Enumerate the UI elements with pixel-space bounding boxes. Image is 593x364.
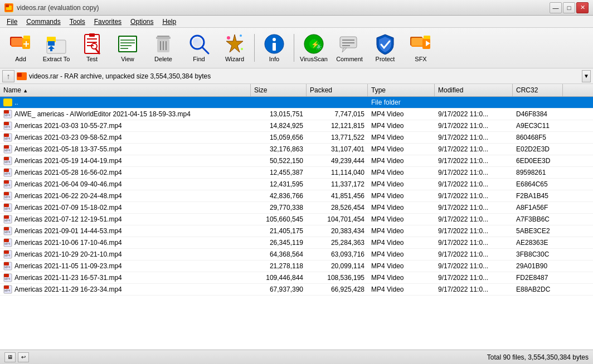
status-button-1[interactable]: 🖥 <box>4 352 16 362</box>
toolbar-info-button[interactable]: Info <box>257 30 291 66</box>
svg-rect-61 <box>17 73 22 77</box>
file-name-text: Americas 2021-11-23 16-57-31.mp4 <box>14 274 122 282</box>
menu-favorites[interactable]: Favorites <box>90 17 126 27</box>
file-size-cell: 105,660,545 <box>251 215 307 224</box>
file-size-cell: 32,176,863 <box>251 145 307 154</box>
table-row[interactable]: MP4 Americas 2021-03-03 10-55-27.mp414,8… <box>0 120 593 132</box>
toolbar-view-label: View <box>121 56 134 62</box>
comment-icon <box>339 33 360 55</box>
col-header-crc32[interactable]: CRC32 <box>513 84 563 96</box>
file-type-cell: MP4 Video <box>368 180 435 189</box>
file-packed-cell: 66,925,428 <box>307 285 368 294</box>
delete-icon <box>153 33 174 55</box>
file-name-cell: MP4 AIWE_ americas - AIWorldEditor 2021-… <box>0 109 251 119</box>
toolbar-wizard-label: Wizard <box>225 56 244 62</box>
file-size-cell: 109,446,844 <box>251 273 307 282</box>
file-packed-cell: 20,099,114 <box>307 262 368 270</box>
window-controls: — □ ✕ <box>550 2 589 13</box>
toolbar-virusscan-button[interactable]: 🦠 ⚡ VirusScan <box>296 30 331 66</box>
toolbar-comment-button[interactable]: Comment <box>332 30 367 66</box>
col-header-modified[interactable]: Modified <box>435 84 513 96</box>
col-header-size[interactable]: Size <box>251 84 307 96</box>
menu-file[interactable]: File <box>2 17 22 27</box>
col-header-name[interactable]: Name ▲ <box>0 84 251 96</box>
file-icon: MP4 <box>3 121 12 130</box>
toolbar-wizard-button[interactable]: Wizard <box>217 30 252 66</box>
file-size-cell: 42,836,766 <box>251 191 307 200</box>
file-packed-cell: 7,747,015 <box>307 110 368 119</box>
file-rows[interactable]: ..File folder MP4 AIWE_ americas - AIWor… <box>0 97 593 350</box>
toolbar-extract-label: Extract To <box>43 56 70 62</box>
address-dropdown-button[interactable]: ▼ <box>582 70 591 82</box>
status-button-2[interactable]: ↩ <box>18 352 29 362</box>
file-modified-cell: 9/17/2022 11:0... <box>435 191 513 200</box>
file-icon: MP4 <box>3 273 12 282</box>
col-header-packed[interactable]: Packed <box>307 84 368 96</box>
table-row[interactable]: MP4 Americas 2021-09-01 14-44-53.mp421,4… <box>0 225 593 237</box>
toolbar-view-button[interactable]: View <box>110 30 145 66</box>
file-packed-cell: 49,239,444 <box>307 156 368 165</box>
toolbar-protect-button[interactable]: Protect <box>368 30 402 66</box>
address-up-button[interactable]: ↑ <box>2 70 14 82</box>
file-name-text: Americas 2021-11-29 16-23-34.mp4 <box>14 286 122 293</box>
status-left: 🖥 ↩ <box>4 352 29 362</box>
menu-tools[interactable]: Tools <box>65 17 90 27</box>
table-row[interactable]: MP4 Americas 2021-10-29 20-21-10.mp464,3… <box>0 249 593 260</box>
file-modified-cell: 9/17/2022 11:0... <box>435 262 513 270</box>
file-name-cell: MP4 Americas 2021-11-23 16-57-31.mp4 <box>0 273 251 283</box>
file-packed-cell: 11,337,172 <box>307 180 368 189</box>
file-size-cell: 15,059,656 <box>251 133 307 142</box>
file-type-cell: MP4 Video <box>368 110 435 119</box>
svg-text:MP4: MP4 <box>4 125 11 129</box>
table-row[interactable]: MP4 Americas 2021-11-23 16-57-31.mp4109,… <box>0 272 593 284</box>
file-icon: MP4 <box>3 227 12 235</box>
close-button[interactable]: ✕ <box>576 2 589 13</box>
title-bar-left: videos.rar (evaluation copy) <box>4 3 99 12</box>
file-icon: MP4 <box>3 156 12 165</box>
col-header-type[interactable]: Type <box>368 84 435 96</box>
table-row[interactable]: MP4 Americas 2021-06-22 20-24-48.mp442,8… <box>0 190 593 202</box>
file-list-container: Name ▲ Size Packed Type Modified CRC32 .… <box>0 84 593 350</box>
svg-rect-23 <box>119 37 136 51</box>
menu-options[interactable]: Options <box>126 17 158 27</box>
minimize-button[interactable]: — <box>550 2 562 13</box>
table-row[interactable]: MP4 Americas 2021-07-12 12-19-51.mp4105,… <box>0 214 593 225</box>
file-packed-cell: 20,383,434 <box>307 227 368 235</box>
svg-rect-29 <box>156 37 171 39</box>
maximize-button[interactable]: □ <box>563 2 575 13</box>
toolbar-add-button[interactable]: Add <box>3 30 38 66</box>
file-crc32-cell: E88AB2DC <box>513 285 563 294</box>
file-name-cell: MP4 Americas 2021-05-19 14-04-19.mp4 <box>0 156 251 166</box>
table-row[interactable]: ..File folder <box>0 97 593 109</box>
toolbar-test-button[interactable]: Test <box>75 30 109 66</box>
table-row[interactable]: MP4 Americas 2021-11-05 11-09-23.mp421,2… <box>0 260 593 272</box>
file-crc32-cell: F2BA1B45 <box>513 191 563 200</box>
table-row[interactable]: MP4 Americas 2021-05-28 16-56-02.mp412,4… <box>0 167 593 179</box>
svg-text:⚡: ⚡ <box>311 40 319 48</box>
table-row[interactable]: MP4 Americas 2021-05-19 14-04-19.mp450,5… <box>0 155 593 167</box>
toolbar: Add Extract To Test <box>0 28 593 68</box>
menu-help[interactable]: Help <box>158 17 181 27</box>
table-row[interactable]: MP4 Americas 2021-11-29 16-23-34.mp467,9… <box>0 284 593 296</box>
file-icon: MP4 <box>3 180 12 189</box>
table-row[interactable]: MP4 Americas 2021-03-23 09-58-52.mp415,0… <box>0 132 593 144</box>
file-modified-cell: 9/17/2022 11:0... <box>435 238 513 247</box>
menu-commands[interactable]: Commands <box>22 17 65 27</box>
toolbar-extract-button[interactable]: Extract To <box>39 30 74 66</box>
table-row[interactable]: MP4 Americas 2021-05-18 13-37-55.mp432,1… <box>0 144 593 155</box>
table-row[interactable]: MP4 Americas 2021-07-09 15-18-02.mp429,7… <box>0 202 593 214</box>
table-row[interactable]: MP4 Americas 2021-10-06 17-10-46.mp426,3… <box>0 237 593 249</box>
file-size-cell: 67,937,390 <box>251 285 307 294</box>
file-size-cell: 13,015,751 <box>251 110 307 119</box>
toolbar-delete-button[interactable]: Delete <box>146 30 181 66</box>
view-icon <box>117 33 138 55</box>
toolbar-find-button[interactable]: Find <box>182 30 216 66</box>
file-type-cell: MP4 Video <box>368 133 435 142</box>
find-icon <box>188 33 210 55</box>
toolbar-sfx-button[interactable]: SFX <box>404 30 438 66</box>
file-name-text: Americas 2021-10-06 17-10-46.mp4 <box>14 239 122 247</box>
file-crc32-cell <box>513 102 563 103</box>
table-row[interactable]: MP4 Americas 2021-06-04 09-40-46.mp412,4… <box>0 179 593 190</box>
svg-text:MP4: MP4 <box>4 137 11 140</box>
table-row[interactable]: MP4 AIWE_ americas - AIWorldEditor 2021-… <box>0 109 593 120</box>
